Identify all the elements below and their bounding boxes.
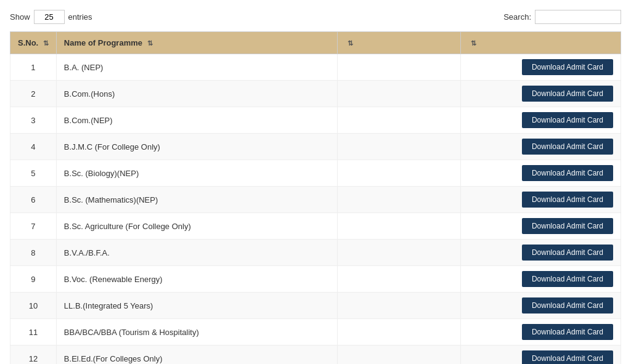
search-label: Search: (503, 12, 531, 22)
cell-action: Download Admit Card (461, 134, 621, 160)
cell-sno: 9 (10, 266, 57, 293)
header-sno[interactable]: S.No. ⇅ (10, 32, 57, 54)
cell-programme: LL.B.(Integrated 5 Years) (56, 293, 337, 319)
cell-action: Download Admit Card (461, 346, 621, 365)
cell-action: Download Admit Card (461, 240, 621, 266)
header-programme[interactable]: Name of Programme ⇅ (56, 32, 337, 54)
cell-programme: B.Sc. (Biology)(NEP) (56, 160, 337, 187)
cell-programme: B.V.A./B.F.A. (56, 240, 337, 266)
table-row: 8B.V.A./B.F.A.Download Admit Card (10, 240, 621, 266)
table-row: 12B.El.Ed.(For Colleges Only)Download Ad… (10, 346, 621, 365)
cell-sno: 5 (10, 160, 57, 187)
cell-sno: 1 (10, 54, 57, 81)
sort-icon-col1: ⇅ (348, 39, 353, 47)
entries-input[interactable] (34, 10, 65, 24)
download-admit-card-button[interactable]: Download Admit Card (522, 324, 613, 340)
cell-empty (338, 107, 461, 134)
cell-programme: B.Sc. Agriculture (For College Only) (56, 213, 337, 240)
cell-action: Download Admit Card (461, 107, 621, 134)
cell-action: Download Admit Card (461, 319, 621, 346)
entries-label: entries (68, 12, 92, 22)
cell-sno: 4 (10, 134, 57, 160)
search-box: Search: (503, 10, 621, 24)
table-row: 7B.Sc. Agriculture (For College Only)Dow… (10, 213, 621, 240)
show-label: Show (10, 12, 30, 22)
table-row: 2B.Com.(Hons)Download Admit Card (10, 81, 621, 107)
cell-programme: B.El.Ed.(For Colleges Only) (56, 346, 337, 365)
cell-action: Download Admit Card (461, 293, 621, 319)
download-admit-card-button[interactable]: Download Admit Card (522, 112, 613, 128)
cell-action: Download Admit Card (461, 81, 621, 107)
table-row: 9B.Voc. (Renewable Energy)Download Admit… (10, 266, 621, 293)
cell-sno: 2 (10, 81, 57, 107)
programmes-table: S.No. ⇅ Name of Programme ⇅ ⇅ ⇅ 1B.A. (N… (10, 31, 621, 364)
cell-action: Download Admit Card (461, 266, 621, 293)
download-admit-card-button[interactable]: Download Admit Card (522, 192, 613, 208)
cell-empty (338, 54, 461, 81)
table-row: 6B.Sc. (Mathematics)(NEP)Download Admit … (10, 187, 621, 213)
cell-empty (338, 81, 461, 107)
cell-sno: 6 (10, 187, 57, 213)
cell-programme: B.Com.(Hons) (56, 81, 337, 107)
table-row: 11BBA/BCA/BBA (Tourism & Hospitality)Dow… (10, 319, 621, 346)
cell-programme: B.J.M.C (For College Only) (56, 134, 337, 160)
top-controls: Show entries Search: (10, 10, 621, 24)
download-admit-card-button[interactable]: Download Admit Card (522, 245, 613, 261)
table-row: 5B.Sc. (Biology)(NEP)Download Admit Card (10, 160, 621, 187)
table-row: 4B.J.M.C (For College Only)Download Admi… (10, 134, 621, 160)
show-entries-control: Show entries (10, 10, 92, 24)
cell-sno: 8 (10, 240, 57, 266)
search-input[interactable] (535, 10, 621, 24)
cell-action: Download Admit Card (461, 213, 621, 240)
download-admit-card-button[interactable]: Download Admit Card (522, 297, 613, 313)
download-admit-card-button[interactable]: Download Admit Card (522, 218, 613, 234)
cell-action: Download Admit Card (461, 187, 621, 213)
cell-empty (338, 134, 461, 160)
cell-empty (338, 319, 461, 346)
table-row: 1B.A. (NEP)Download Admit Card (10, 54, 621, 81)
sort-icon-sno: ⇅ (43, 39, 49, 47)
cell-sno: 10 (10, 293, 57, 319)
download-admit-card-button[interactable]: Download Admit Card (522, 86, 613, 102)
cell-empty (338, 187, 461, 213)
table-row: 3B.Com.(NEP)Download Admit Card (10, 107, 621, 134)
cell-empty (338, 213, 461, 240)
cell-empty (338, 240, 461, 266)
table-header-row: S.No. ⇅ Name of Programme ⇅ ⇅ ⇅ (10, 32, 621, 54)
header-empty-col1[interactable]: ⇅ (338, 32, 461, 54)
sort-icon-col2: ⇅ (471, 39, 476, 47)
download-admit-card-button[interactable]: Download Admit Card (522, 139, 613, 155)
cell-programme: B.Sc. (Mathematics)(NEP) (56, 187, 337, 213)
download-admit-card-button[interactable]: Download Admit Card (522, 59, 613, 75)
cell-sno: 12 (10, 346, 57, 365)
download-admit-card-button[interactable]: Download Admit Card (522, 350, 613, 364)
cell-empty (338, 293, 461, 319)
cell-action: Download Admit Card (461, 160, 621, 187)
cell-sno: 3 (10, 107, 57, 134)
cell-programme: B.Com.(NEP) (56, 107, 337, 134)
sort-icon-programme: ⇅ (147, 39, 153, 47)
cell-action: Download Admit Card (461, 54, 621, 81)
cell-empty (338, 266, 461, 293)
cell-empty (338, 160, 461, 187)
download-admit-card-button[interactable]: Download Admit Card (522, 165, 613, 181)
cell-programme: BBA/BCA/BBA (Tourism & Hospitality) (56, 319, 337, 346)
cell-empty (338, 346, 461, 365)
table-row: 10LL.B.(Integrated 5 Years)Download Admi… (10, 293, 621, 319)
header-empty-col2[interactable]: ⇅ (461, 32, 621, 54)
download-admit-card-button[interactable]: Download Admit Card (522, 271, 613, 287)
cell-programme: B.A. (NEP) (56, 54, 337, 81)
cell-sno: 11 (10, 319, 57, 346)
cell-sno: 7 (10, 213, 57, 240)
cell-programme: B.Voc. (Renewable Energy) (56, 266, 337, 293)
